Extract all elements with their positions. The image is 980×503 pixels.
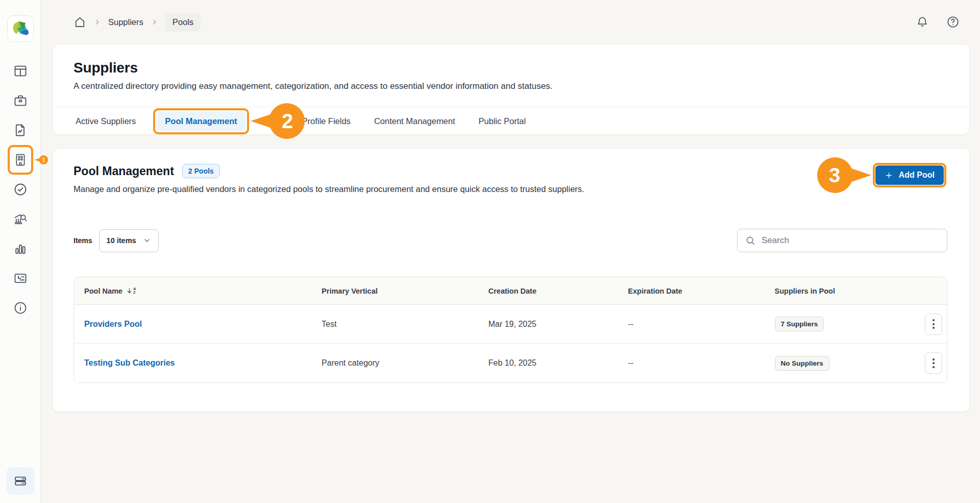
sort-az-icon[interactable]: A Z <box>126 287 136 295</box>
panel-icon <box>13 271 28 285</box>
plus-icon <box>885 171 893 180</box>
section-title: Pool Management <box>74 164 174 178</box>
table-header-row: Pool Name A Z Primary Vertical Creation … <box>74 277 947 305</box>
search-input[interactable] <box>762 235 940 246</box>
add-pool-button[interactable]: Add Pool <box>875 165 944 185</box>
table-row: Providers Pool Test Mar 19, 2025 -- 7 Su… <box>74 305 947 344</box>
page-size-group: Items 10 items <box>74 229 159 252</box>
expiration-date-cell: -- <box>618 320 764 329</box>
pool-management-card: Pool Management 2 Pools Manage and organ… <box>53 148 970 412</box>
chevron-down-icon <box>143 236 151 245</box>
home-icon <box>74 16 86 29</box>
sidebar: 1 <box>0 0 41 503</box>
add-pool-label: Add Pool <box>899 171 935 180</box>
search-icon <box>745 235 756 246</box>
actions-cell <box>915 352 947 374</box>
primary-vertical-cell: Parent category <box>311 358 478 368</box>
annotation-badge-1: 1 <box>34 153 48 167</box>
sidebar-item-forms[interactable] <box>13 271 28 286</box>
table-row: Testing Sub Categories Parent category F… <box>74 344 947 382</box>
topbar-actions <box>916 15 960 29</box>
dashboard-icon <box>13 64 28 78</box>
tab-active-suppliers[interactable]: Active Suppliers <box>76 116 136 126</box>
check-circle-icon <box>13 182 28 197</box>
sidebar-item-dashboard[interactable] <box>13 63 28 79</box>
actions-cell <box>915 314 947 335</box>
chevron-right-icon <box>151 19 158 26</box>
pool-link[interactable]: Providers Pool <box>84 320 142 328</box>
suppliers-cell: 7 Suppliers <box>765 317 915 331</box>
page-header-card: Suppliers A centralized directory provid… <box>53 44 970 135</box>
sidebar-item-approvals[interactable] <box>13 182 28 197</box>
annotation-badge-3: 3 <box>816 156 872 195</box>
page-title: Suppliers <box>74 60 949 76</box>
help-icon[interactable] <box>946 15 960 29</box>
tab-public-portal[interactable]: Public Portal <box>479 116 526 126</box>
home-breadcrumb-button[interactable] <box>74 16 86 29</box>
breadcrumb-suppliers[interactable]: Suppliers <box>108 17 143 27</box>
bell-icon[interactable] <box>916 15 929 29</box>
sidebar-item-info[interactable] <box>13 300 28 316</box>
page-description: A centralized directory providing easy m… <box>74 81 949 91</box>
breadcrumb: Suppliers Pools <box>74 13 201 32</box>
row-actions-button[interactable] <box>925 314 942 335</box>
creation-date-cell: Feb 10, 2025 <box>478 358 618 368</box>
info-icon <box>13 301 28 315</box>
tab-bar: Active Suppliers Pool Management 2 Profi… <box>53 107 969 135</box>
report-icon <box>13 123 28 137</box>
sidebar-item-sourcing[interactable] <box>13 211 28 227</box>
app-logo-icon <box>10 18 31 39</box>
table-toolbar: Items 10 items <box>74 229 947 252</box>
column-header-expiration-date: Expiration Date <box>618 287 764 295</box>
search-box <box>737 229 947 252</box>
sidebar-item-environment[interactable] <box>7 467 34 495</box>
tab-pool-management[interactable]: Pool Management 2 <box>156 111 246 131</box>
server-icon <box>13 474 28 488</box>
pool-name-cell: Testing Sub Categories <box>74 358 311 368</box>
tab-content-management[interactable]: Content Management <box>374 116 455 126</box>
page-size-select[interactable]: 10 items <box>99 229 159 252</box>
building-icon <box>13 153 28 167</box>
items-label: Items <box>74 236 92 245</box>
column-header-pool-name: Pool Name A Z <box>74 287 311 295</box>
sidebar-item-reports[interactable] <box>13 123 28 138</box>
section-description: Manage and organize pre-qualified vendor… <box>74 184 584 194</box>
page-size-value: 10 items <box>107 236 136 245</box>
sidebar-item-suppliers[interactable]: 1 <box>13 152 28 167</box>
tab-pool-management-label: Pool Management <box>165 116 237 126</box>
section-header: Pool Management 2 Pools Manage and organ… <box>74 164 947 194</box>
column-header-primary-vertical: Primary Vertical <box>311 287 478 295</box>
app-logo[interactable] <box>7 15 34 42</box>
suppliers-count-badge: 7 Suppliers <box>775 317 824 331</box>
annotation-number-1: 1 <box>42 157 45 163</box>
annotation-number-3: 3 <box>829 164 840 186</box>
bar-chart-icon <box>13 242 28 256</box>
tab-profile-fields[interactable]: Profile Fields <box>302 116 351 126</box>
column-header-creation-date: Creation Date <box>478 287 618 295</box>
primary-vertical-cell: Test <box>311 320 478 329</box>
add-pool-wrapper: Add Pool 3 <box>875 165 944 185</box>
annotation-number-2: 2 <box>281 110 292 132</box>
briefcase-icon <box>13 93 28 108</box>
creation-date-cell: Mar 19, 2025 <box>478 320 618 329</box>
breadcrumb-pools: Pools <box>165 13 201 32</box>
sidebar-nav: 1 <box>13 63 28 316</box>
sidebar-item-analytics[interactable] <box>13 241 28 256</box>
suppliers-count-badge: No Suppliers <box>775 356 829 371</box>
pool-count-badge: 2 Pools <box>182 164 220 178</box>
bank-search-icon <box>13 212 28 226</box>
expiration-date-cell: -- <box>618 358 764 368</box>
pools-table: Pool Name A Z Primary Vertical Creation … <box>74 277 947 383</box>
section-header-text: Pool Management 2 Pools Manage and organ… <box>74 164 584 194</box>
row-actions-button[interactable] <box>925 352 942 374</box>
sidebar-item-projects[interactable] <box>13 93 28 108</box>
topbar: Suppliers Pools <box>41 0 980 44</box>
pool-name-cell: Providers Pool <box>74 320 311 329</box>
annotation-badge-2: 2 <box>250 102 306 140</box>
pool-link[interactable]: Testing Sub Categories <box>84 358 175 367</box>
chevron-right-icon <box>94 19 101 26</box>
column-header-suppliers-in-pool: Suppliers in Pool <box>765 287 915 295</box>
suppliers-cell: No Suppliers <box>765 356 915 371</box>
